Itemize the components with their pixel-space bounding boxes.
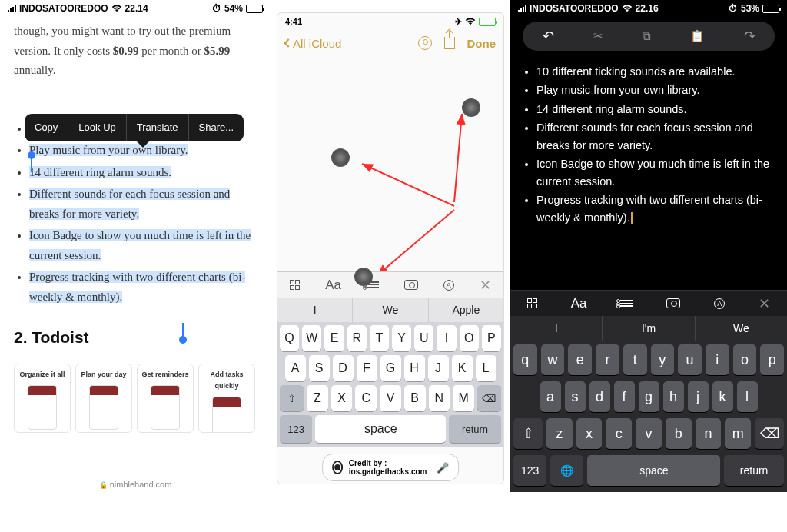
key-f[interactable]: F	[357, 355, 377, 381]
space-key[interactable]: space	[315, 415, 446, 443]
undo-icon[interactable]: ↶	[543, 28, 554, 45]
return-key[interactable]: return	[724, 455, 784, 486]
key-b[interactable]: B	[404, 385, 426, 411]
numeric-key[interactable]: 123	[280, 415, 312, 443]
shift-key[interactable]: ⇧	[280, 385, 304, 411]
menu-copy[interactable]: Copy	[25, 114, 68, 141]
close-icon[interactable]: ✕	[480, 277, 491, 294]
share-icon[interactable]	[444, 37, 455, 49]
key-a[interactable]: a	[540, 381, 561, 412]
key-s[interactable]: S	[309, 355, 330, 381]
key-q[interactable]: Q	[280, 325, 299, 351]
key-g[interactable]: G	[380, 355, 401, 381]
return-key[interactable]: return	[449, 415, 501, 443]
textstyle-button[interactable]: Aa	[325, 278, 341, 293]
key-z[interactable]: Z	[307, 385, 328, 411]
card[interactable]: Plan your day	[75, 364, 132, 433]
key-c[interactable]: c	[606, 418, 632, 449]
key-t[interactable]: T	[370, 325, 389, 351]
backspace-key[interactable]: ⌫	[755, 418, 784, 449]
key-h[interactable]: H	[404, 355, 425, 381]
paste-icon[interactable]: 📋	[690, 29, 705, 43]
key-g[interactable]: g	[639, 381, 659, 412]
key-e[interactable]: e	[568, 344, 592, 375]
key-x[interactable]: x	[576, 418, 603, 449]
key-m[interactable]: M	[453, 385, 474, 411]
key-a[interactable]: A	[285, 355, 306, 381]
key-p[interactable]: p	[760, 344, 784, 375]
key-u[interactable]: u	[678, 344, 702, 375]
key-v[interactable]: v	[636, 418, 662, 449]
camera-icon[interactable]	[404, 280, 418, 290]
markup-icon[interactable]: A	[714, 298, 725, 309]
key-o[interactable]: o	[733, 344, 757, 375]
menu-translate[interactable]: Translate	[127, 114, 189, 141]
key-h[interactable]: h	[663, 381, 684, 412]
menu-lookup[interactable]: Look Up	[68, 114, 126, 141]
close-icon[interactable]: ✕	[759, 295, 770, 312]
note-body[interactable]: 10 different ticking sounds are availabl…	[510, 51, 787, 226]
backspace-key[interactable]: ⌫	[477, 385, 501, 411]
checklist-icon[interactable]	[367, 280, 379, 290]
key-w[interactable]: w	[541, 344, 565, 375]
key-d[interactable]: d	[589, 381, 610, 412]
table-icon[interactable]	[527, 298, 537, 308]
card[interactable]: Organize it all	[14, 364, 71, 433]
key-d[interactable]: D	[333, 355, 354, 381]
card[interactable]: Get reminders	[137, 364, 194, 433]
collaborate-icon[interactable]	[418, 36, 432, 50]
textstyle-button[interactable]: Aa	[571, 296, 587, 311]
key-k[interactable]: K	[452, 355, 473, 381]
key-z[interactable]: z	[546, 418, 573, 449]
menu-share[interactable]: Share...	[189, 114, 244, 141]
space-key[interactable]: space	[587, 455, 720, 486]
note-canvas[interactable]	[277, 56, 503, 271]
checklist-icon[interactable]	[620, 298, 633, 308]
key-b[interactable]: b	[666, 418, 692, 449]
card[interactable]: Add tasks quickly	[198, 364, 255, 433]
key-i[interactable]: I	[437, 325, 456, 351]
key-c[interactable]: C	[355, 385, 377, 411]
copy-icon[interactable]: ⧉	[643, 29, 651, 43]
key-r[interactable]: r	[596, 344, 619, 375]
key-n[interactable]: N	[429, 385, 450, 411]
suggestion[interactable]: We	[696, 316, 787, 341]
camera-icon[interactable]	[666, 298, 680, 308]
key-x[interactable]: X	[331, 385, 353, 411]
key-e[interactable]: E	[324, 325, 344, 351]
cut-icon[interactable]: ✂	[593, 29, 603, 43]
key-j[interactable]: j	[688, 381, 709, 412]
globe-key[interactable]: 🌐	[550, 455, 583, 486]
key-u[interactable]: U	[414, 325, 433, 351]
suggestion[interactable]: We	[353, 298, 428, 322]
key-l[interactable]: l	[737, 381, 758, 412]
key-r[interactable]: R	[347, 325, 367, 351]
table-icon[interactable]	[290, 280, 300, 290]
key-n[interactable]: n	[696, 418, 722, 449]
key-w[interactable]: W	[302, 325, 321, 351]
suggestion[interactable]: I	[510, 316, 603, 341]
key-o[interactable]: O	[460, 325, 479, 351]
key-m[interactable]: m	[725, 418, 751, 449]
key-y[interactable]: Y	[392, 325, 411, 351]
key-l[interactable]: L	[476, 355, 496, 381]
key-p[interactable]: P	[482, 325, 501, 351]
back-button[interactable]: All iCloud	[285, 37, 341, 50]
key-k[interactable]: k	[712, 381, 733, 412]
key-i[interactable]: i	[706, 344, 729, 375]
suggestion[interactable]: I	[277, 298, 353, 322]
suggestion[interactable]: I'm	[603, 316, 695, 341]
key-t[interactable]: t	[623, 344, 647, 375]
key-s[interactable]: s	[565, 381, 586, 412]
key-v[interactable]: V	[380, 385, 401, 411]
key-y[interactable]: y	[651, 344, 675, 375]
shift-key[interactable]: ⇧	[513, 418, 543, 449]
suggestion[interactable]: Apple	[429, 298, 503, 322]
key-j[interactable]: J	[428, 355, 449, 381]
selection-end-handle[interactable]	[179, 336, 187, 344]
numeric-key[interactable]: 123	[513, 455, 546, 486]
key-q[interactable]: q	[513, 344, 537, 375]
redo-icon[interactable]: ↷	[744, 28, 755, 45]
key-f[interactable]: f	[614, 381, 635, 412]
done-button[interactable]: Done	[467, 37, 496, 50]
